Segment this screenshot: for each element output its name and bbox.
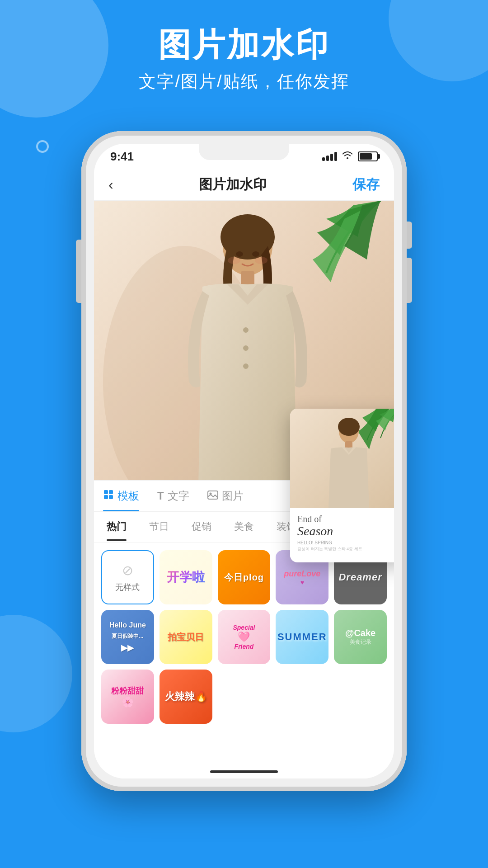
phone-notch xyxy=(199,144,289,160)
sticker-baobao[interactable]: 拍宝贝日 xyxy=(160,610,212,664)
sticker-cake[interactable]: @Cake 美食记录 xyxy=(334,610,387,664)
category-promo[interactable]: 促销 xyxy=(192,520,211,537)
tab-template[interactable]: 模板 xyxy=(103,489,139,507)
preview-card-small-text: 감성이 터지는 특별한 스타 4종 세트 xyxy=(297,546,394,552)
svg-rect-17 xyxy=(109,490,113,494)
phone-screen: 9:41 xyxy=(94,144,394,778)
sticker-dreamer-label: Dreamer xyxy=(337,570,384,585)
preview-card-text: End of Season HELLO! SPRING 감성이 터지는 특별한 … xyxy=(290,508,394,557)
phone-mockup: 9:41 xyxy=(81,131,407,791)
preview-card: End of Season HELLO! SPRING 감성이 터지는 특별한 … xyxy=(290,409,394,562)
no-style-icon: ⊘ xyxy=(122,562,133,578)
battery-fill xyxy=(360,153,372,160)
svg-rect-6 xyxy=(243,345,249,351)
svg-point-14 xyxy=(338,418,360,436)
card-palm-leaves xyxy=(371,409,394,451)
tab-image-label: 图片 xyxy=(222,489,244,503)
sticker-special[interactable]: Special 🩷 Friend xyxy=(218,610,271,664)
tab-text-label: 文字 xyxy=(168,489,189,503)
header-area: 图片加水印 文字/图片/贴纸，任你发挥 xyxy=(0,27,488,93)
image-icon xyxy=(207,490,218,502)
palm-leaves-decoration xyxy=(313,201,394,293)
back-button[interactable]: ‹ xyxy=(108,176,113,193)
page-main-title: 图片加水印 xyxy=(0,27,488,63)
preview-card-image xyxy=(290,409,394,508)
navigation-bar: ‹ 图片加水印 保存 xyxy=(94,169,394,201)
sticker-love-label: pureLove xyxy=(284,569,320,579)
bg-decoration-circle-bl xyxy=(0,615,72,732)
save-button[interactable]: 保存 xyxy=(352,175,380,194)
svg-point-9 xyxy=(252,251,259,257)
sticker-pink-label: 粉粉甜甜 xyxy=(111,685,144,696)
svg-point-8 xyxy=(236,251,243,257)
svg-rect-19 xyxy=(109,495,113,499)
no-style-label: 无样式 xyxy=(115,582,140,593)
sticker-grid: ⊘ 无样式 开学啦 今日plog pureLove xyxy=(94,543,394,731)
svg-rect-7 xyxy=(243,363,249,369)
page-subtitle: 文字/图片/贴纸，任你发挥 xyxy=(0,70,488,93)
sticker-jinri-label: 今日plog xyxy=(222,570,266,585)
text-icon: T xyxy=(157,490,164,502)
sticker-kaiyue-label: 开学啦 xyxy=(165,567,206,588)
svg-point-11 xyxy=(255,257,267,264)
sticker-spicy[interactable]: 火辣辣🔥 xyxy=(160,670,212,724)
sticker-love-content: pureLove ♥ xyxy=(284,569,320,586)
svg-rect-5 xyxy=(243,327,249,333)
sticker-special-content: Special 🩷 Friend xyxy=(233,624,255,650)
sticker-spicy-label: 火辣辣🔥 xyxy=(163,688,209,705)
sticker-kaiyue[interactable]: 开学啦 xyxy=(160,550,212,604)
sticker-hello-content: Hello June 夏日假装中... ▶▶ xyxy=(108,618,148,656)
sticker-cake-label: @Cake xyxy=(345,628,375,638)
power-button xyxy=(407,222,412,249)
category-hot[interactable]: 热门 xyxy=(107,520,127,537)
sticker-hello[interactable]: Hello June 夏日假装中... ▶▶ xyxy=(101,610,154,664)
sticker-summer-label: SUMMER xyxy=(276,629,328,645)
battery-icon xyxy=(358,151,378,161)
sticker-no-style[interactable]: ⊘ 无样式 xyxy=(101,550,154,604)
svg-point-10 xyxy=(228,257,240,264)
status-icons xyxy=(322,151,378,162)
category-food[interactable]: 美食 xyxy=(234,520,254,537)
tab-template-label: 模板 xyxy=(117,489,139,503)
bg-decoration-dot xyxy=(36,140,49,153)
tab-text[interactable]: T 文字 xyxy=(157,489,189,507)
svg-rect-18 xyxy=(104,495,108,499)
preview-card-line1: End of xyxy=(297,514,394,524)
sticker-cake-content: @Cake 美食记录 xyxy=(345,628,375,646)
volume-down-button xyxy=(407,258,412,303)
nav-title: 图片加水印 xyxy=(199,175,267,194)
sticker-summer[interactable]: SUMMER xyxy=(276,610,328,664)
tab-image[interactable]: 图片 xyxy=(207,489,244,507)
main-image-canvas[interactable]: End of Season HELLO! SPRING 감성이 터지는 특별한 … xyxy=(94,201,394,508)
template-icon xyxy=(103,489,114,503)
preview-card-line3: HELLO! SPRING xyxy=(297,540,394,545)
status-time: 9:41 xyxy=(110,150,134,164)
preview-card-line2: Season xyxy=(297,524,394,538)
phone-frame: 9:41 xyxy=(81,131,407,791)
sticker-jinri[interactable]: 今日plog xyxy=(218,550,271,604)
wifi-icon xyxy=(342,151,353,162)
sticker-pink[interactable]: 粉粉甜甜 🌸 xyxy=(101,670,154,724)
category-holiday[interactable]: 节日 xyxy=(149,520,169,537)
volume-up-button xyxy=(76,240,81,303)
home-indicator xyxy=(210,770,278,773)
sticker-baobao-label: 拍宝贝日 xyxy=(166,629,206,645)
signal-icon xyxy=(322,152,337,161)
sticker-pink-content: 粉粉甜甜 🌸 xyxy=(111,685,144,708)
svg-rect-16 xyxy=(104,490,108,494)
